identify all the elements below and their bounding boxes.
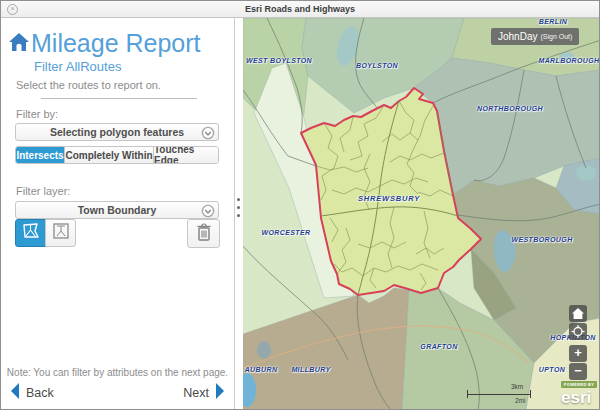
divider xyxy=(41,98,197,99)
next-button[interactable]: Next xyxy=(183,382,226,403)
chevron-down-icon xyxy=(201,204,215,220)
locate-button[interactable] xyxy=(569,323,587,340)
map-canvas[interactable] xyxy=(243,18,599,410)
select-by-polygon-button[interactable] xyxy=(15,219,46,247)
next-label: Next xyxy=(183,386,209,400)
tab-touches-edge[interactable]: Touches Edge xyxy=(154,147,218,163)
panel-drag-handle[interactable] xyxy=(237,198,240,217)
user-name: JohnDay xyxy=(498,31,537,42)
panel-gutter xyxy=(235,18,243,410)
filter-method-dropdown[interactable]: Selecting polygon features xyxy=(15,123,219,141)
instruction-text: Select the routes to report on. xyxy=(16,79,161,91)
home-icon xyxy=(569,305,587,322)
tab-completely-within[interactable]: Completely Within xyxy=(65,147,154,163)
tab-intersects[interactable]: Intersects xyxy=(16,147,65,163)
app-window: × Esri Roads and Highways Mileage Report… xyxy=(0,0,600,410)
select-polygon-icon xyxy=(21,221,41,245)
locate-icon xyxy=(569,323,587,340)
back-button[interactable]: Back xyxy=(9,382,54,403)
select-rectangle-icon xyxy=(51,221,71,245)
filter-layer-label: Filter layer: xyxy=(16,185,70,197)
spatial-relation-tabs: Intersects Completely Within Touches Edg… xyxy=(15,146,219,164)
mileage-report-panel: Mileage Report Filter AllRoutes Select t… xyxy=(1,18,235,410)
trash-icon xyxy=(195,222,213,246)
chevron-left-icon xyxy=(9,382,21,403)
back-label: Back xyxy=(26,386,54,400)
user-badge[interactable]: JohnDay (Sign Out) xyxy=(491,28,579,45)
filter-method-value: Selecting polygon features xyxy=(50,126,184,138)
map-container: WEST BOYLSTON BOYLSTON MARLBOROUGH NORTH… xyxy=(243,18,599,410)
filter-layer-dropdown[interactable]: Town Boundary xyxy=(15,201,219,219)
select-by-rectangle-button[interactable] xyxy=(45,219,76,247)
page-subtitle: Filter AllRoutes xyxy=(34,59,121,74)
filter-by-label: Filter by: xyxy=(16,108,58,120)
chevron-down-icon xyxy=(201,126,215,142)
page-title: Mileage Report xyxy=(31,29,201,58)
window-title: Esri Roads and Highways xyxy=(1,4,599,14)
titlebar: × Esri Roads and Highways xyxy=(1,1,599,18)
chevron-right-icon xyxy=(214,382,226,403)
home-icon xyxy=(8,32,30,56)
home-extent-button[interactable] xyxy=(569,305,587,322)
zoom-out-button[interactable]: − xyxy=(569,363,587,380)
zoom-in-button[interactable]: + xyxy=(569,345,587,362)
filter-layer-value: Town Boundary xyxy=(78,204,157,216)
footer-note: Note: You can filter by attributes on th… xyxy=(1,367,234,378)
sign-out-link[interactable]: (Sign Out) xyxy=(540,33,572,40)
clear-selection-button[interactable] xyxy=(187,219,220,248)
